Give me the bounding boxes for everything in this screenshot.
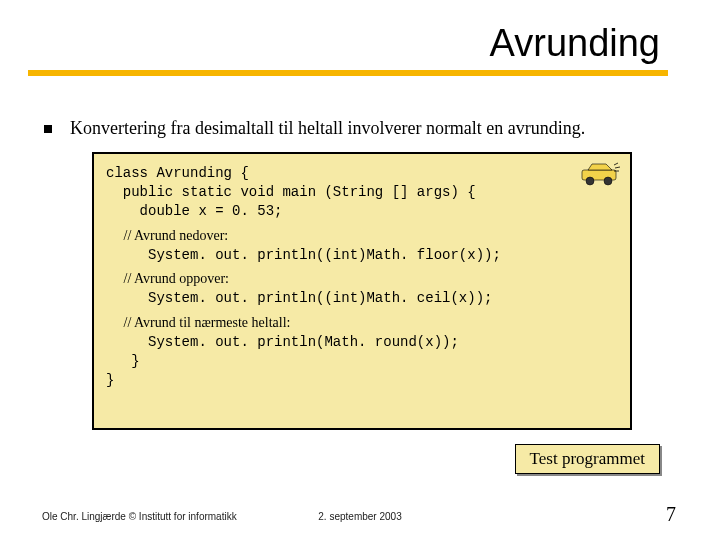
- code-comment: // Avrund oppover:: [106, 270, 618, 289]
- code-line: }: [106, 371, 618, 390]
- code-comment: // Avrund nedover:: [106, 227, 618, 246]
- bullet-item: Konvertering fra desimaltall til heltall…: [44, 118, 585, 139]
- code-comment: // Avrund til nærmeste heltall:: [106, 314, 618, 333]
- footer-author: Ole Chr. Lingjærde © Institutt for infor…: [42, 511, 237, 522]
- test-program-button[interactable]: Test programmet: [515, 444, 660, 474]
- bullet-icon: [44, 125, 52, 133]
- page-number: 7: [666, 503, 676, 526]
- slide: Avrunding Konvertering fra desimaltall t…: [0, 0, 720, 540]
- svg-line-4: [615, 167, 620, 168]
- code-line: }: [106, 352, 618, 371]
- svg-point-2: [604, 177, 612, 185]
- code-line: double x = 0. 53;: [106, 202, 618, 221]
- bullet-text: Konvertering fra desimaltall til heltall…: [70, 118, 585, 139]
- slide-title: Avrunding: [490, 22, 660, 65]
- code-line: System. out. println(Math. round(x));: [106, 333, 618, 352]
- car-icon: [578, 160, 622, 188]
- svg-line-3: [614, 163, 618, 165]
- code-line: System. out. println((int)Math. ceil(x))…: [106, 289, 618, 308]
- accent-line: [28, 70, 668, 76]
- svg-point-1: [586, 177, 594, 185]
- code-line: class Avrunding {: [106, 164, 618, 183]
- code-line: System. out. println((int)Math. floor(x)…: [106, 246, 618, 265]
- code-line: public static void main (String [] args)…: [106, 183, 618, 202]
- footer-date: 2. september 2003: [318, 511, 401, 522]
- code-box: class Avrunding { public static void mai…: [92, 152, 632, 430]
